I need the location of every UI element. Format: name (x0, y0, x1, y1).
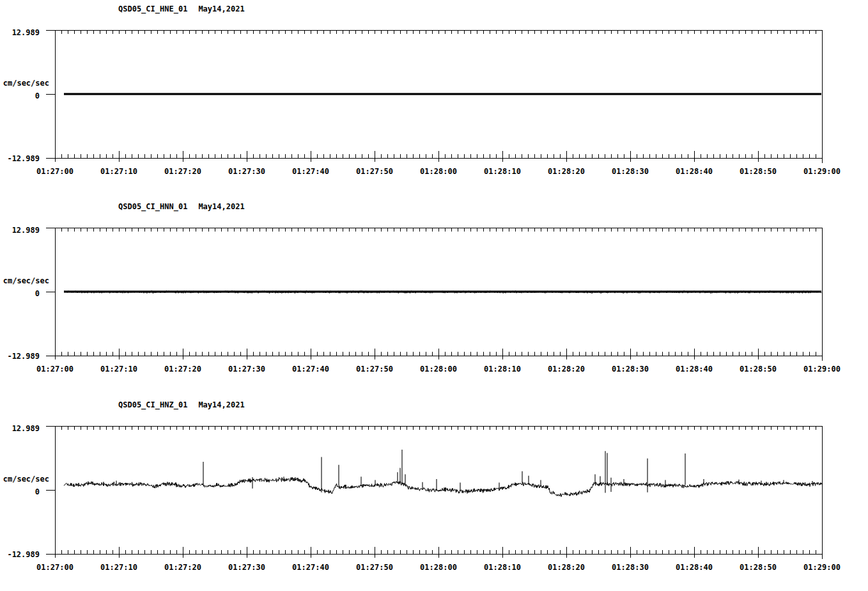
x-tick-label: 01:27:30 (228, 365, 265, 373)
seismogram-page: { "page": {"background": "#ffffff", "for… (0, 0, 868, 591)
x-tick-label: 01:27:00 (36, 563, 74, 571)
x-tick-label: 01:27:10 (100, 168, 137, 175)
x-tick-label: 01:28:50 (740, 365, 777, 373)
y-zero-label: 0 (0, 92, 40, 100)
panel-title: QSD05_CI_HNZ_01May14,2021 (118, 401, 245, 409)
x-tick-label: 01:28:50 (740, 563, 777, 571)
x-tick-label: 01:28:50 (740, 168, 777, 175)
date-label: May14,2021 (198, 4, 244, 13)
x-tick-label: 01:27:50 (356, 365, 393, 373)
x-tick-label: 01:27:40 (292, 365, 329, 373)
date-label: May14,2021 (198, 400, 244, 409)
x-tick-label: 01:28:10 (484, 365, 521, 373)
x-tick-label: 01:28:00 (420, 563, 457, 571)
panel-title: QSD05_CI_HNN_01May14,2021 (118, 203, 245, 210)
x-tick-label: 01:27:20 (164, 563, 201, 571)
station-channel-label: QSD05_CI_HNN_01 (118, 202, 187, 211)
y-min-label: -12.989 (0, 551, 40, 558)
y-max-label: 12.989 (0, 425, 40, 432)
x-tick-label: 01:27:00 (36, 168, 74, 175)
x-tick-label: 01:28:30 (612, 168, 649, 175)
x-tick-label: 01:27:10 (100, 365, 137, 373)
x-tick-label: 01:28:10 (484, 168, 521, 175)
y-zero-label: 0 (0, 488, 40, 496)
y-zero-label: 0 (0, 290, 40, 297)
x-tick-label: 01:28:20 (548, 365, 585, 373)
y-unit-label: cm/sec/sec (0, 475, 49, 483)
x-tick-label: 01:27:10 (100, 563, 137, 571)
x-tick-label: 01:28:30 (612, 365, 649, 373)
x-tick-label: 01:27:30 (228, 563, 265, 571)
panel-title: QSD05_CI_HNE_01May14,2021 (118, 5, 245, 13)
x-tick-label: 01:27:50 (356, 563, 393, 571)
x-tick-label: 01:28:40 (676, 168, 713, 175)
x-tick-label: 01:27:40 (292, 168, 329, 175)
x-tick-label: 01:27:00 (36, 365, 74, 373)
x-tick-label: 01:27:40 (292, 563, 329, 571)
x-tick-label: 01:29:00 (803, 365, 841, 373)
y-max-label: 12.989 (0, 226, 40, 234)
x-tick-label: 01:29:00 (803, 168, 841, 175)
x-tick-label: 01:28:10 (484, 563, 521, 571)
x-tick-label: 01:27:20 (164, 168, 201, 175)
seismogram-panel-hnz: QSD05_CI_HNZ_01May14,2021 12.989 cm/sec/… (0, 426, 868, 554)
x-tick-label: 01:28:40 (676, 563, 713, 571)
station-channel-label: QSD05_CI_HNZ_01 (118, 400, 187, 409)
x-tick-label: 01:28:20 (548, 563, 585, 571)
x-tick-label: 01:28:00 (420, 168, 457, 175)
y-unit-label: cm/sec/sec (0, 277, 49, 285)
date-label: May14,2021 (198, 202, 244, 211)
x-tick-label: 01:27:20 (164, 365, 201, 373)
x-tick-label: 01:28:40 (676, 365, 713, 373)
x-tick-label: 01:28:30 (612, 563, 649, 571)
x-tick-label: 01:28:20 (548, 168, 585, 175)
station-channel-label: QSD05_CI_HNE_01 (118, 4, 187, 13)
y-min-label: -12.989 (0, 352, 40, 360)
y-max-label: 12.989 (0, 29, 40, 36)
seismogram-panel-hnn: QSD05_CI_HNN_01May14,2021 12.989 cm/sec/… (0, 228, 868, 356)
y-unit-label: cm/sec/sec (0, 79, 49, 87)
x-tick-label: 01:27:50 (356, 168, 393, 175)
x-tick-label: 01:29:00 (803, 563, 841, 571)
x-tick-label: 01:28:00 (420, 365, 457, 373)
x-tick-label: 01:27:30 (228, 168, 265, 175)
y-min-label: -12.989 (0, 155, 40, 162)
seismogram-panel-hne: QSD05_CI_HNE_01May14,2021 12.989 cm/sec/… (0, 30, 868, 158)
